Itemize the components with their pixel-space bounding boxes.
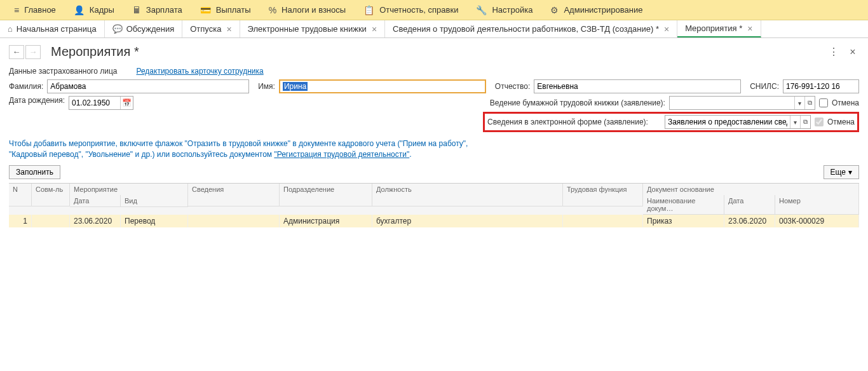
paper-input[interactable] xyxy=(670,97,794,109)
cell-func xyxy=(563,215,643,227)
insured-section: Данные застрахованного лица Редактироват… xyxy=(0,63,868,136)
cell-docnum: 003К-000029 xyxy=(775,215,859,227)
close-icon[interactable]: × xyxy=(226,24,231,34)
cell-date: 23.06.2020 xyxy=(70,215,121,227)
dob-field[interactable]: 📅 xyxy=(69,96,133,110)
patronymic-label: Отчество: xyxy=(495,82,531,91)
menu-nalogi[interactable]: %Налоги и взносы xyxy=(260,0,355,20)
surname-input[interactable] xyxy=(47,79,249,93)
menu-label: Зарплата xyxy=(146,5,182,15)
menu-otchet[interactable]: 📋Отчетность, справки xyxy=(355,0,467,20)
col-doc[interactable]: Документ основание xyxy=(643,184,859,195)
paper-combo[interactable]: ▾ ⧉ xyxy=(669,96,815,110)
wrench-icon: 🔧 xyxy=(476,5,487,15)
paper-label: Ведение бумажной трудовой книжки (заявле… xyxy=(490,98,665,107)
elec-combo[interactable]: ▾ ⧉ xyxy=(665,115,811,129)
cancel2-checkbox[interactable] xyxy=(815,118,824,126)
menu-main[interactable]: ≡Главное xyxy=(5,0,65,20)
col-vid[interactable]: Вид xyxy=(121,195,188,207)
table-row[interactable]: 1 23.06.2020 Перевод Администрация бухга… xyxy=(9,215,859,227)
menu-label: Отчетность, справки xyxy=(379,5,458,15)
tab-label: Отпуска xyxy=(190,24,221,34)
col-sved[interactable]: Сведения xyxy=(188,184,280,206)
chevron-down-icon[interactable]: ▾ xyxy=(794,97,804,109)
elec-input[interactable] xyxy=(665,116,790,128)
cell-dolj: бухгалтер xyxy=(372,215,563,227)
col-dolj[interactable]: Должность xyxy=(372,184,563,206)
fill-button[interactable]: Заполнить xyxy=(9,165,60,179)
tab-etk[interactable]: Электронные трудовые книжки× xyxy=(240,20,386,37)
tab-szvtd[interactable]: Сведения о трудовой деятельности работни… xyxy=(385,20,677,37)
cancel2-label: Отмена xyxy=(827,118,855,126)
elec-label: Сведения в электронной форме (заявление)… xyxy=(487,118,648,126)
menu-vyplaty[interactable]: 💳Выплаты xyxy=(191,0,260,20)
close-icon[interactable]: × xyxy=(664,24,669,34)
menu-kadry[interactable]: 👤Кадры xyxy=(65,0,123,20)
percent-icon: % xyxy=(269,5,276,15)
more-actions-icon[interactable]: ⋮ xyxy=(827,46,840,58)
col-docnum[interactable]: Номер xyxy=(775,195,859,215)
more-button[interactable]: Еще▾ xyxy=(824,165,859,179)
menu-nastroika[interactable]: 🔧Настройка xyxy=(467,0,541,20)
cell-sved xyxy=(188,215,280,227)
tab-label: Сведения о трудовой деятельности работни… xyxy=(393,24,659,34)
cancel1-label: Отмена xyxy=(832,98,859,107)
registration-link[interactable]: "Регистрация трудовой деятельности" xyxy=(274,150,409,159)
col-date[interactable]: Дата xyxy=(70,195,121,207)
col-func[interactable]: Трудовая функция xyxy=(563,184,643,206)
close-icon[interactable]: × xyxy=(747,24,752,34)
col-docdate[interactable]: Дата xyxy=(724,195,775,215)
col-n[interactable]: N xyxy=(9,184,32,206)
patronymic-input[interactable] xyxy=(534,79,741,93)
dob-input[interactable] xyxy=(69,97,120,109)
tab-discussions[interactable]: 💬Обсуждения xyxy=(105,20,183,37)
cell-podr: Администрация xyxy=(280,215,372,227)
tab-label: Электронные трудовые книжки xyxy=(248,24,367,34)
pay-icon: 💳 xyxy=(200,5,211,15)
calc-icon: 🖩 xyxy=(132,5,141,15)
cancel1-checkbox[interactable] xyxy=(819,98,828,107)
name-input[interactable]: Ирина xyxy=(279,79,486,93)
chevron-down-icon: ▾ xyxy=(848,168,852,177)
events-table: N Совм-ль Мероприятие Дата Вид Сведения … xyxy=(9,183,859,227)
dob-label: Дата рождения: xyxy=(9,96,65,105)
col-podr[interactable]: Подразделение xyxy=(280,184,372,206)
chevron-down-icon[interactable]: ▾ xyxy=(790,116,800,128)
menu-icon: ≡ xyxy=(14,5,19,15)
forward-button[interactable]: → xyxy=(25,45,41,59)
menu-label: Кадры xyxy=(90,5,114,15)
open-icon[interactable]: ⧉ xyxy=(800,116,810,128)
tab-home[interactable]: ⌂Начальная страница xyxy=(0,20,105,37)
hint-part2: . xyxy=(409,150,411,159)
menu-label: Администрирование xyxy=(564,5,642,15)
close-page-icon[interactable]: × xyxy=(846,46,859,58)
close-icon[interactable]: × xyxy=(372,24,377,34)
tab-otpuska[interactable]: Отпуска× xyxy=(182,20,240,37)
cell-n: 1 xyxy=(9,215,32,227)
menu-label: Настройка xyxy=(492,5,532,15)
open-icon[interactable]: ⧉ xyxy=(804,97,815,109)
tab-meropriyatiya[interactable]: Мероприятия *× xyxy=(677,20,761,37)
page-title: Мероприятия * xyxy=(51,44,139,59)
col-docname[interactable]: Наименование докум… xyxy=(643,195,724,215)
person-icon: 👤 xyxy=(74,5,85,15)
menu-zarplata[interactable]: 🖩Зарплата xyxy=(123,0,191,20)
calendar-icon[interactable]: 📅 xyxy=(120,97,133,109)
menu-label: Главное xyxy=(24,5,56,15)
electronic-highlighted-row: Сведения в электронной форме (заявление)… xyxy=(483,112,859,132)
more-label: Еще xyxy=(831,168,846,177)
tab-bar: ⌂Начальная страница 💬Обсуждения Отпуска×… xyxy=(0,20,868,38)
back-button[interactable]: ← xyxy=(9,45,24,59)
home-icon: ⌂ xyxy=(8,24,13,34)
main-menu-bar: ≡Главное 👤Кадры 🖩Зарплата 💳Выплаты %Нало… xyxy=(0,0,868,20)
menu-admin[interactable]: ⚙Администрирование xyxy=(541,0,651,20)
page-header: ← → Мероприятия * ⋮ × xyxy=(0,38,868,63)
edit-employee-link[interactable]: Редактировать карточку сотрудника xyxy=(136,67,263,76)
snils-input[interactable] xyxy=(783,79,859,93)
section-label: Данные застрахованного лица xyxy=(9,67,117,76)
col-mer[interactable]: Мероприятие xyxy=(70,184,188,195)
col-sovm[interactable]: Совм-ль xyxy=(32,184,70,206)
cell-vid: Перевод xyxy=(121,215,188,227)
name-label: Имя: xyxy=(258,82,275,91)
tab-label: Мероприятия * xyxy=(685,24,742,33)
